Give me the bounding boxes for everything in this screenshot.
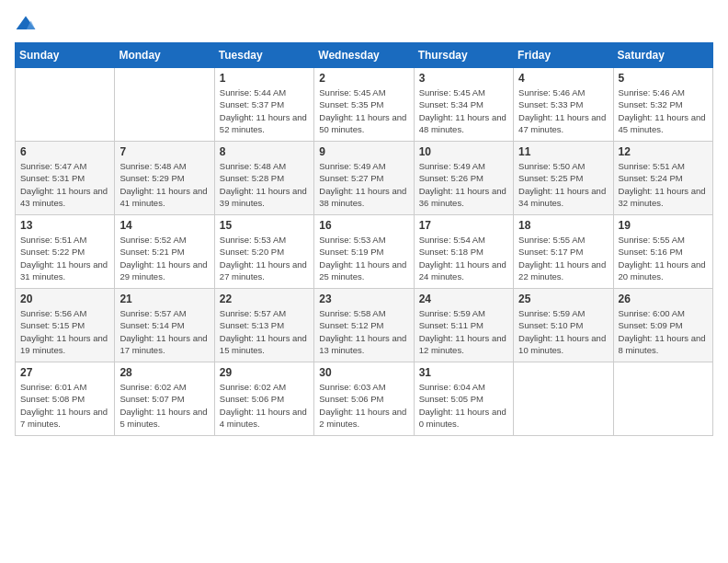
calendar-cell: [115, 68, 214, 142]
calendar-week-row: 1Sunrise: 5:44 AM Sunset: 5:37 PM Daylig…: [16, 68, 713, 142]
day-info: Sunrise: 6:03 AM Sunset: 5:06 PM Dayligh…: [319, 381, 408, 430]
day-number: 30: [319, 366, 408, 379]
day-number: 17: [419, 219, 508, 232]
weekday-header-monday: Monday: [115, 43, 214, 68]
calendar-cell: [514, 362, 613, 436]
weekday-header-wednesday: Wednesday: [314, 43, 414, 68]
day-number: 14: [119, 219, 209, 232]
day-info: Sunrise: 5:50 AM Sunset: 5:25 PM Dayligh…: [518, 160, 608, 209]
day-info: Sunrise: 5:55 AM Sunset: 5:17 PM Dayligh…: [518, 234, 608, 282]
logo-icon: [15, 15, 37, 33]
calendar-cell: 10Sunrise: 5:49 AM Sunset: 5:26 PM Dayli…: [414, 142, 513, 215]
weekday-header-tuesday: Tuesday: [214, 43, 313, 68]
calendar-cell: 22Sunrise: 5:57 AM Sunset: 5:13 PM Dayli…: [214, 289, 313, 362]
calendar-cell: 15Sunrise: 5:53 AM Sunset: 5:20 PM Dayli…: [214, 215, 313, 289]
day-info: Sunrise: 5:47 AM Sunset: 5:31 PM Dayligh…: [20, 160, 109, 209]
day-info: Sunrise: 5:45 AM Sunset: 5:34 PM Dayligh…: [419, 86, 508, 135]
day-info: Sunrise: 6:02 AM Sunset: 5:06 PM Dayligh…: [220, 381, 309, 430]
calendar-cell: 30Sunrise: 6:03 AM Sunset: 5:06 PM Dayli…: [314, 362, 414, 436]
calendar-week-row: 27Sunrise: 6:01 AM Sunset: 5:08 PM Dayli…: [16, 362, 713, 436]
day-info: Sunrise: 5:57 AM Sunset: 5:13 PM Dayligh…: [220, 307, 309, 356]
day-info: Sunrise: 5:48 AM Sunset: 5:28 PM Dayligh…: [220, 160, 309, 209]
day-info: Sunrise: 5:57 AM Sunset: 5:14 PM Dayligh…: [119, 307, 209, 356]
day-number: 27: [20, 366, 109, 379]
day-info: Sunrise: 5:54 AM Sunset: 5:18 PM Dayligh…: [419, 234, 508, 282]
calendar-cell: 23Sunrise: 5:58 AM Sunset: 5:12 PM Dayli…: [314, 289, 414, 362]
day-info: Sunrise: 5:51 AM Sunset: 5:24 PM Dayligh…: [619, 160, 708, 209]
day-info: Sunrise: 6:04 AM Sunset: 5:05 PM Dayligh…: [419, 381, 508, 430]
calendar-cell: 3Sunrise: 5:45 AM Sunset: 5:34 PM Daylig…: [414, 68, 513, 142]
day-number: 2: [319, 72, 408, 85]
calendar-cell: 8Sunrise: 5:48 AM Sunset: 5:28 PM Daylig…: [214, 142, 313, 215]
calendar-cell: 14Sunrise: 5:52 AM Sunset: 5:21 PM Dayli…: [115, 215, 214, 289]
calendar-header: SundayMondayTuesdayWednesdayThursdayFrid…: [16, 43, 713, 68]
calendar-cell: 18Sunrise: 5:55 AM Sunset: 5:17 PM Dayli…: [514, 215, 613, 289]
day-info: Sunrise: 6:00 AM Sunset: 5:09 PM Dayligh…: [619, 307, 708, 356]
weekday-header-friday: Friday: [514, 43, 613, 68]
day-number: 28: [119, 366, 209, 379]
calendar-cell: 29Sunrise: 6:02 AM Sunset: 5:06 PM Dayli…: [214, 362, 313, 436]
calendar-cell: 24Sunrise: 5:59 AM Sunset: 5:11 PM Dayli…: [414, 289, 513, 362]
day-number: 26: [619, 293, 708, 305]
day-number: 8: [220, 145, 309, 158]
day-number: 12: [619, 145, 708, 158]
calendar-cell: 20Sunrise: 5:56 AM Sunset: 5:15 PM Dayli…: [16, 289, 115, 362]
day-info: Sunrise: 5:53 AM Sunset: 5:20 PM Dayligh…: [220, 234, 309, 282]
day-number: 9: [319, 145, 408, 158]
day-number: 16: [319, 219, 408, 232]
day-info: Sunrise: 5:46 AM Sunset: 5:32 PM Dayligh…: [619, 86, 708, 135]
day-info: Sunrise: 5:45 AM Sunset: 5:35 PM Dayligh…: [319, 86, 408, 135]
day-number: 15: [220, 219, 309, 232]
day-number: 3: [419, 72, 508, 85]
weekday-header-thursday: Thursday: [414, 43, 513, 68]
calendar-cell: [613, 362, 712, 436]
calendar-cell: 19Sunrise: 5:55 AM Sunset: 5:16 PM Dayli…: [613, 215, 712, 289]
calendar-body: 1Sunrise: 5:44 AM Sunset: 5:37 PM Daylig…: [16, 68, 713, 436]
weekday-header-row: SundayMondayTuesdayWednesdayThursdayFrid…: [16, 43, 713, 68]
day-info: Sunrise: 6:01 AM Sunset: 5:08 PM Dayligh…: [20, 381, 109, 430]
day-number: 19: [619, 219, 708, 232]
day-info: Sunrise: 5:59 AM Sunset: 5:11 PM Dayligh…: [419, 307, 508, 356]
day-number: 7: [119, 145, 209, 158]
calendar-cell: 6Sunrise: 5:47 AM Sunset: 5:31 PM Daylig…: [16, 142, 115, 215]
calendar-cell: 1Sunrise: 5:44 AM Sunset: 5:37 PM Daylig…: [214, 68, 313, 142]
calendar-cell: 9Sunrise: 5:49 AM Sunset: 5:27 PM Daylig…: [314, 142, 414, 215]
calendar-cell: 5Sunrise: 5:46 AM Sunset: 5:32 PM Daylig…: [613, 68, 712, 142]
day-info: Sunrise: 5:49 AM Sunset: 5:27 PM Dayligh…: [319, 160, 408, 209]
calendar-cell: 28Sunrise: 6:02 AM Sunset: 5:07 PM Dayli…: [115, 362, 214, 436]
day-number: 20: [20, 293, 109, 305]
day-info: Sunrise: 5:48 AM Sunset: 5:29 PM Dayligh…: [119, 160, 209, 209]
calendar-cell: 12Sunrise: 5:51 AM Sunset: 5:24 PM Dayli…: [613, 142, 712, 215]
calendar-cell: 13Sunrise: 5:51 AM Sunset: 5:22 PM Dayli…: [16, 215, 115, 289]
calendar-cell: 17Sunrise: 5:54 AM Sunset: 5:18 PM Dayli…: [414, 215, 513, 289]
calendar-week-row: 6Sunrise: 5:47 AM Sunset: 5:31 PM Daylig…: [16, 142, 713, 215]
day-info: Sunrise: 5:53 AM Sunset: 5:19 PM Dayligh…: [319, 234, 408, 282]
calendar-cell: 2Sunrise: 5:45 AM Sunset: 5:35 PM Daylig…: [314, 68, 414, 142]
day-number: 24: [419, 293, 508, 305]
day-number: 10: [419, 145, 508, 158]
day-info: Sunrise: 5:49 AM Sunset: 5:26 PM Dayligh…: [419, 160, 508, 209]
calendar-cell: 27Sunrise: 6:01 AM Sunset: 5:08 PM Dayli…: [16, 362, 115, 436]
day-number: 31: [419, 366, 508, 379]
calendar-week-row: 20Sunrise: 5:56 AM Sunset: 5:15 PM Dayli…: [16, 289, 713, 362]
calendar-cell: 7Sunrise: 5:48 AM Sunset: 5:29 PM Daylig…: [115, 142, 214, 215]
calendar-cell: 4Sunrise: 5:46 AM Sunset: 5:33 PM Daylig…: [514, 68, 613, 142]
day-number: 4: [518, 72, 608, 85]
day-number: 29: [220, 366, 309, 379]
day-number: 5: [619, 72, 708, 85]
day-info: Sunrise: 5:44 AM Sunset: 5:37 PM Dayligh…: [220, 86, 309, 135]
day-info: Sunrise: 5:46 AM Sunset: 5:33 PM Dayligh…: [518, 86, 608, 135]
page-header: [15, 15, 713, 33]
day-number: 13: [20, 219, 109, 232]
day-number: 22: [220, 293, 309, 305]
day-number: 21: [119, 293, 209, 305]
day-info: Sunrise: 5:58 AM Sunset: 5:12 PM Dayligh…: [319, 307, 408, 356]
day-info: Sunrise: 5:55 AM Sunset: 5:16 PM Dayligh…: [619, 234, 708, 282]
day-number: 18: [518, 219, 608, 232]
weekday-header-sunday: Sunday: [16, 43, 115, 68]
calendar-cell: 31Sunrise: 6:04 AM Sunset: 5:05 PM Dayli…: [414, 362, 513, 436]
calendar-table: SundayMondayTuesdayWednesdayThursdayFrid…: [15, 42, 713, 436]
day-number: 25: [518, 293, 608, 305]
day-info: Sunrise: 5:59 AM Sunset: 5:10 PM Dayligh…: [518, 307, 608, 356]
calendar-cell: [16, 68, 115, 142]
